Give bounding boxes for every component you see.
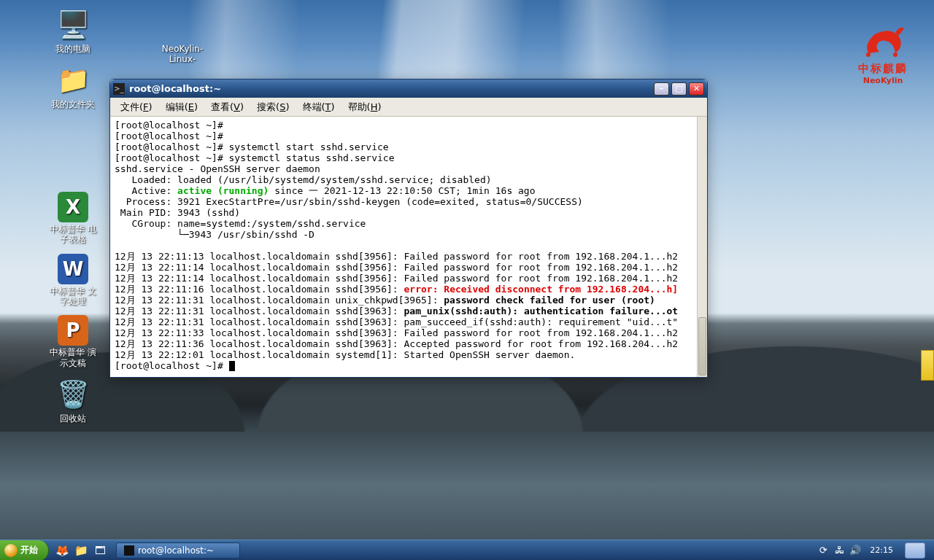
terminal-scrollbar[interactable] [697, 117, 707, 377]
spreadsheet-icon: X [58, 192, 88, 222]
menu-view[interactable]: 查看(V) [205, 99, 250, 115]
terminal-output[interactable]: [root@localhost ~]# [root@localhost ~]# … [110, 117, 707, 377]
trash-icon: 🗑️ [55, 377, 90, 412]
taskbar-clock[interactable]: 22:15 [865, 545, 898, 555]
term-line: 12月 13 22:11:31 localhost.localdomain un… [115, 295, 655, 306]
ql-app[interactable]: 🗔 [91, 542, 109, 559]
neokylin-logo: 中标麒麟 NeoKylin [850, 18, 916, 85]
menu-file[interactable]: 文件(F) [115, 99, 158, 115]
taskbar: 开始 🦊 📁 🗔 root@localhost:~ ⟳ 🖧 🔊 22:15 [0, 540, 934, 560]
terminal-icon [124, 545, 134, 556]
term-line: 12月 13 22:11:14 localhost.localdomain ss… [115, 273, 678, 284]
terminal-app-icon: >_ [113, 83, 125, 95]
desktop-icon-spreadsheet[interactable]: X 中标普华 电 子表格 [36, 192, 109, 245]
icon-label: 我的电脑 [36, 44, 109, 54]
desktop-icon-folder[interactable]: 📁 我的文件夹 [36, 63, 109, 109]
kylin-icon [857, 18, 908, 61]
terminal-window: >_ root@localhost:~ – □ ✕ 文件(F) 编辑(E) 查看… [109, 79, 708, 378]
folder-icon: 📁 [55, 63, 90, 98]
svg-point-1 [893, 52, 898, 57]
show-desktop-button[interactable] [905, 542, 925, 559]
term-prompt: [root@localhost ~]# [115, 360, 235, 371]
writer-icon: W [58, 254, 88, 284]
menu-help[interactable]: 帮助(H) [342, 99, 387, 115]
start-orb-icon [4, 544, 18, 557]
close-button[interactable]: ✕ [689, 82, 704, 96]
term-line: 12月 13 22:11:31 localhost.localdomain ss… [115, 316, 678, 327]
window-controls: – □ ✕ [654, 82, 704, 96]
ql-files[interactable]: 📁 [72, 542, 90, 559]
start-label: 开始 [20, 544, 38, 556]
term-line: 12月 13 22:12:01 localhost.localdomain sy… [115, 349, 575, 360]
tray-update-icon[interactable]: ⟳ [817, 545, 829, 556]
menu-terminal[interactable]: 终端(T) [297, 99, 341, 115]
computer-icon: 🖥️ [55, 7, 90, 42]
presentation-icon: P [58, 315, 88, 346]
window-title: root@localhost:~ [129, 83, 654, 94]
desktop-icons: 🖥️ 我的电脑 📁 我的文件夹 X 中标普华 电 子表格 W 中标普华 文 字处… [36, 7, 109, 433]
cursor-icon [229, 361, 235, 371]
desktop-icon-trash[interactable]: 🗑️ 回收站 [36, 377, 109, 424]
tray-volume-icon[interactable]: 🔊 [849, 545, 861, 556]
icon-label: 中标普华 文 字处理 [36, 286, 109, 307]
icon-label: 中标普华 演 示文稿 [36, 347, 109, 368]
desktop-icon-computer[interactable]: 🖥️ 我的电脑 [36, 7, 109, 54]
term-line: [root@localhost ~]# systemctl start sshd… [115, 141, 389, 152]
term-line: Main PID: 3943 (sshd) [115, 207, 240, 218]
icon-label: NeoKylin- Linux- [146, 44, 219, 65]
taskbar-item-terminal[interactable]: root@localhost:~ [116, 542, 240, 559]
svg-point-0 [866, 52, 871, 57]
logo-text-en: NeoKylin [850, 76, 916, 85]
term-line: CGroup: name=systemd:/system/sshd.servic… [115, 218, 366, 229]
titlebar[interactable]: >_ root@localhost:~ – □ ✕ [110, 79, 707, 98]
desktop-icon-presentation[interactable]: P 中标普华 演 示文稿 [36, 315, 109, 368]
term-line: 12月 13 22:11:16 localhost.localdomain ss… [115, 284, 678, 295]
task-label: root@localhost:~ [138, 545, 214, 556]
term-line: [root@localhost ~]# [115, 120, 223, 131]
term-line: sshd.service - OpenSSH server daemon [115, 163, 320, 174]
term-line: 12月 13 22:11:36 localhost.localdomain ss… [115, 338, 678, 349]
scrollbar-thumb[interactable] [698, 317, 706, 376]
icon-label: 回收站 [36, 413, 109, 424]
term-line: 12月 13 22:11:33 localhost.localdomain ss… [115, 327, 678, 338]
term-line: └─3943 /usr/sbin/sshd -D [115, 229, 314, 240]
term-line: 12月 13 22:11:31 localhost.localdomain ss… [115, 306, 678, 316]
maximize-button[interactable]: □ [671, 82, 687, 96]
icon-label: 中标普华 电 子表格 [36, 224, 109, 245]
term-line: Loaded: loaded (/usr/lib/systemd/system/… [115, 174, 492, 185]
menu-search[interactable]: 搜索(S) [251, 99, 295, 115]
side-panel-handle[interactable] [921, 350, 934, 381]
menu-edit[interactable]: 编辑(E) [160, 99, 204, 115]
term-line: 12月 13 22:11:13 localhost.localdomain ss… [115, 251, 678, 262]
icon-label: 我的文件夹 [36, 99, 109, 109]
desktop-icon-writer[interactable]: W 中标普华 文 字处理 [36, 254, 109, 307]
term-line: Active: active (running) since 一 2021-12… [115, 185, 536, 196]
term-line: [root@localhost ~]# [115, 131, 223, 141]
desktop-icon-dvd[interactable]: NeoKylin- Linux- [146, 7, 219, 65]
menubar: 文件(F) 编辑(E) 查看(V) 搜索(S) 终端(T) 帮助(H) [110, 98, 707, 117]
term-line: Process: 3921 ExecStartPre=/usr/sbin/ssh… [115, 196, 583, 207]
system-tray: ⟳ 🖧 🔊 22:15 [811, 542, 934, 559]
quick-launch: 🦊 📁 🗔 [49, 542, 113, 559]
start-button[interactable]: 开始 [0, 540, 49, 561]
task-list: root@localhost:~ [113, 542, 811, 559]
minimize-button[interactable]: – [654, 82, 669, 96]
term-line: 12月 13 22:11:14 localhost.localdomain ss… [115, 262, 678, 273]
term-line: [root@localhost ~]# systemctl status ssh… [115, 152, 395, 163]
logo-text-cn: 中标麒麟 [850, 62, 916, 76]
dvd-icon [165, 7, 200, 42]
ql-browser[interactable]: 🦊 [53, 542, 71, 559]
tray-network-icon[interactable]: 🖧 [833, 545, 845, 556]
